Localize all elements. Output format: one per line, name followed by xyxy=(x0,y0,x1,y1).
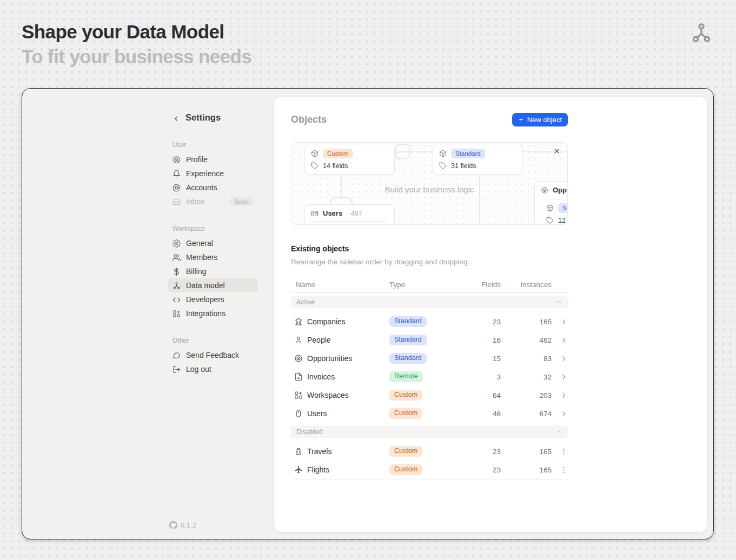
sidebar-item-profile[interactable]: Profile xyxy=(168,152,258,166)
diagram-card-custom[interactable]: Custom 14 fields xyxy=(304,144,395,175)
chevron-right-icon[interactable] xyxy=(560,336,568,344)
object-name: Travels xyxy=(307,447,389,456)
sidebar-item-inbox[interactable]: Inbox Soon xyxy=(168,195,258,209)
object-name: Invoices xyxy=(307,372,389,381)
sidebar-item-integrations[interactable]: Integrations xyxy=(168,306,258,321)
close-icon[interactable] xyxy=(553,147,561,155)
object-name: Flights xyxy=(307,465,389,474)
object-name: People xyxy=(307,336,389,344)
type-badge: Standard xyxy=(389,335,427,346)
column-header-fields: Fields xyxy=(469,281,501,289)
fields-value: 23 xyxy=(469,466,501,474)
dollar-icon xyxy=(173,268,181,276)
sidebar-item-label: Log out xyxy=(186,365,211,374)
table-row-workspaces[interactable]: Workspaces Custom 64 203 xyxy=(291,386,568,404)
sidebar-item-send-feedback[interactable]: Send Feedback xyxy=(168,348,258,362)
object-name: Users xyxy=(323,209,342,217)
version-number: 0.1.2 xyxy=(181,521,196,529)
gear-icon xyxy=(173,239,181,248)
instances-value: 674 xyxy=(501,410,552,418)
instances-value: 165 xyxy=(501,318,552,326)
tag-icon xyxy=(546,217,554,224)
file-icon xyxy=(294,372,303,381)
chevron-right-icon[interactable] xyxy=(560,318,568,326)
fields-value: 23 xyxy=(469,318,501,326)
group-label: Disabled xyxy=(296,428,323,436)
sidebar-item-members[interactable]: Members xyxy=(168,250,258,264)
sidebar-item-billing[interactable]: Billing xyxy=(168,264,258,278)
instances-value: 462 xyxy=(501,336,552,344)
column-header-type: Type xyxy=(389,281,469,289)
data-model-icon xyxy=(173,282,181,290)
instance-count: · 497 xyxy=(347,210,362,217)
diagram-card-users[interactable]: Users · 497 xyxy=(304,204,395,225)
instances-value: 165 xyxy=(501,466,552,474)
table-row-invoices[interactable]: Invoices Remote 3 32 xyxy=(291,368,568,386)
table-row-companies[interactable]: Companies Standard 23 165 xyxy=(291,312,568,331)
fields-count: 14 fields xyxy=(323,162,348,170)
page-title: Shape your Data Model xyxy=(22,19,251,44)
tag-icon xyxy=(311,162,319,170)
instances-value: 32 xyxy=(501,373,552,381)
chevron-right-icon[interactable] xyxy=(560,410,568,418)
column-header-name: Name xyxy=(291,281,389,289)
sidebar-item-label: Inbox xyxy=(186,197,204,206)
type-badge: Custom xyxy=(323,149,353,158)
kebab-menu-icon[interactable] xyxy=(560,466,568,474)
type-badge: Standard xyxy=(389,316,427,328)
members-icon xyxy=(173,254,181,262)
sidebar-item-log-out[interactable]: Log out xyxy=(168,362,258,376)
type-badge: Standard xyxy=(558,203,568,213)
table-row-users[interactable]: Users Custom 46 674 xyxy=(291,404,568,423)
sidebar-item-experience[interactable]: Experience xyxy=(168,166,258,181)
sidebar-item-general[interactable]: General xyxy=(168,236,258,250)
soon-badge: Soon xyxy=(229,197,254,206)
github-icon xyxy=(169,521,177,529)
group-header-active[interactable]: Active xyxy=(291,296,568,308)
diagram-card-standard[interactable]: Standard 31 fields xyxy=(433,144,522,175)
sidebar-item-label: Experience xyxy=(186,169,224,178)
app-window: Settings User Profile Experience Account… xyxy=(22,88,714,539)
section-label-user: User xyxy=(168,141,258,149)
at-sign-icon xyxy=(173,184,181,192)
building-icon xyxy=(294,317,303,326)
table-row-people[interactable]: People Standard 16 462 xyxy=(291,331,568,349)
plane-icon xyxy=(294,465,303,474)
sidebar-item-label: Data model xyxy=(186,281,225,290)
chevron-right-icon[interactable] xyxy=(560,391,568,399)
new-object-button[interactable]: New object xyxy=(512,113,568,126)
table-row-travels[interactable]: Travels Custom 23 165 xyxy=(291,442,568,461)
inbox-icon xyxy=(173,198,181,206)
profile-icon xyxy=(173,156,181,164)
app-version: 0.1.2 xyxy=(169,521,196,529)
chevron-up-icon xyxy=(556,429,562,435)
sidebar-item-label: Profile xyxy=(186,155,208,164)
type-badge: Custom xyxy=(389,464,422,476)
type-badge: Standard xyxy=(451,149,485,158)
settings-back-button[interactable]: Settings xyxy=(168,112,258,123)
type-badge: Remote xyxy=(389,371,423,383)
fields-count: 12 fields xyxy=(558,217,568,224)
sidebar-item-developers[interactable]: Developers xyxy=(168,292,258,306)
new-object-label: New object xyxy=(527,116,562,124)
table-row-opportunities[interactable]: Opportunities Standard 15 83 xyxy=(291,349,568,368)
existing-objects-subtitle: Rearrange the sidebar order by dragging … xyxy=(291,258,568,266)
existing-objects-title: Existing objects xyxy=(291,244,568,253)
type-badge: Custom xyxy=(389,408,422,419)
luggage-icon xyxy=(294,447,303,456)
type-badge: Standard xyxy=(389,353,427,364)
chevron-right-icon[interactable] xyxy=(560,355,568,363)
collapsed-card-stub xyxy=(311,221,388,225)
target-icon xyxy=(294,354,303,363)
chevron-up-icon xyxy=(556,299,562,305)
kebab-menu-icon[interactable] xyxy=(560,448,568,456)
instances-value: 203 xyxy=(501,391,552,399)
sidebar-item-accounts[interactable]: Accounts xyxy=(168,181,258,195)
section-label-other: Other xyxy=(168,337,258,344)
table-row-flights[interactable]: Flights Custom 23 165 xyxy=(291,461,568,479)
instances-value: 165 xyxy=(501,448,552,456)
sidebar-item-data-model[interactable]: Data model xyxy=(168,278,258,292)
chevron-right-icon[interactable] xyxy=(560,373,568,381)
panel-title: Objects xyxy=(291,114,327,125)
group-header-disabled[interactable]: Disabled xyxy=(291,426,568,438)
